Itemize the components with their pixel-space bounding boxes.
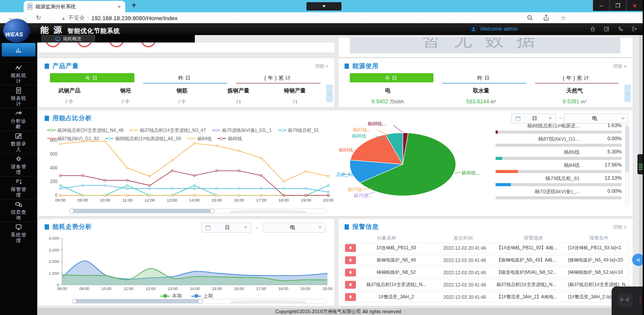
alarm-time: 2022-12-03 20:41:46 xyxy=(433,294,496,300)
logout-icon[interactable] xyxy=(632,26,638,32)
sidebar-item-gear[interactable]: 设备管理 xyxy=(0,153,37,176)
period-select[interactable]: 日 xyxy=(201,223,251,233)
datazoom-handle[interactable] xyxy=(72,299,77,304)
tab-close-icon[interactable]: × xyxy=(116,4,122,10)
svg-text:200: 200 xyxy=(50,179,57,184)
sidebar-item-edit[interactable]: 数据录入 xyxy=(0,131,37,153)
alarm-row[interactable]: 1#连铸机_PB11_932022-12-03 20:41:46【1#连铸机_P… xyxy=(342,243,629,253)
tab-(年)累计[interactable]: (年)累计 xyxy=(535,73,619,84)
alarm-row[interactable]: 炼钢电弧炉_N5_492022-12-03 20:41:46【炼钢电弧炉_N5_… xyxy=(342,255,629,265)
tab-昨日[interactable]: 昨日 xyxy=(442,73,526,84)
window-controls: ─ ❐ × xyxy=(593,0,643,11)
alarm-condition: {炼钢电弧炉_N5_49.Ia}<20 xyxy=(568,257,629,263)
titlebar-dropdown[interactable] xyxy=(306,2,341,11)
minimize-button[interactable]: ─ xyxy=(593,0,609,11)
app-title-sub: 智能优化节能系统 xyxy=(67,27,120,35)
main-content: 暂无数据 产品产量 详细 > 今日昨日(年)累计 武钢产品/个钢坯/个钢筋/个炼… xyxy=(37,35,639,308)
energy-type-select[interactable]: 电 xyxy=(564,113,629,124)
sidebar-item-label: 能耗统计 xyxy=(10,73,28,84)
next-arrow-button[interactable]: › xyxy=(624,85,631,102)
share-icon[interactable] xyxy=(543,14,549,23)
alarm-row[interactable]: 铸钢精炼炉_N8_522022-12-03 20:41:46【锻造电弧炉(MVA… xyxy=(342,267,629,278)
legend-item[interactable]: 杨37线总柜(1#主变进线)_N3_47 xyxy=(130,127,206,134)
sidebar-item-report[interactable]: 报表统计 xyxy=(0,85,37,108)
legend-label: 杨36线总柜(2#主变进线)_N4_48 xyxy=(57,127,123,134)
pie-label: 杨84线 xyxy=(339,147,353,153)
alarm-row[interactable]: 1#整流变_3AH_22022-12-03 20:41:46【1#整流变_3AH… xyxy=(342,292,629,302)
alarm-time: 2022-12-03 20:41:46 xyxy=(433,245,496,251)
trend-datazoom-slider[interactable] xyxy=(74,299,327,304)
legend-item[interactable]: 杨79线总柜_61 xyxy=(278,127,319,134)
reload-button[interactable]: ↻ xyxy=(36,14,41,21)
tab-昨日[interactable]: 昨日 xyxy=(143,73,228,84)
panel-marker xyxy=(45,224,49,230)
tab-今日[interactable]: 今日 xyxy=(350,73,433,82)
sidebar-item-search[interactable]: 信息查询 xyxy=(0,199,37,222)
alarm-description: 【1#整流变_3AH_2】A相电... xyxy=(496,294,568,300)
panel-marker xyxy=(45,116,49,121)
legend-label: 上期 xyxy=(203,293,213,299)
sidebar-item-alarm[interactable]: 报警管理 xyxy=(0,176,37,199)
scrollbar-thumb[interactable] xyxy=(626,126,629,172)
detail-link[interactable]: 详细 > xyxy=(613,63,626,70)
alarm-row[interactable]: 杨37线总柜(1#主变进线)_N...2022-12-03 20:41:46杨3… xyxy=(342,280,629,290)
stat-number: 9.9402 xyxy=(372,99,388,105)
datazoom-window[interactable] xyxy=(71,209,212,213)
phone-icon[interactable] xyxy=(618,26,624,32)
svg-text:2,000: 2,000 xyxy=(49,259,59,264)
sidebar-item-diag[interactable]: 分析诊断 xyxy=(0,108,37,131)
tab-今日[interactable]: 今日 xyxy=(50,73,134,82)
datazoom-handle[interactable] xyxy=(198,299,203,304)
stat-value: /个 xyxy=(41,99,98,105)
ranking-row: 杨79线总柜_6112.13% xyxy=(496,175,622,186)
bookmark-star-icon[interactable]: ☆ xyxy=(560,14,566,22)
zoom-out-icon[interactable] xyxy=(527,14,533,23)
legend-line xyxy=(53,130,56,131)
stat-name: 武钢产品 xyxy=(41,87,98,95)
line-datazoom-slider[interactable] xyxy=(71,209,327,213)
legend-label: 杨70进线6kV(备)_0JL_1 xyxy=(222,127,271,134)
close-button[interactable]: × xyxy=(626,0,643,11)
ranking-row: 杨84线17.56% xyxy=(496,162,622,173)
address-divider: | xyxy=(87,15,88,21)
datazoom-window[interactable] xyxy=(74,299,200,303)
legend-item[interactable]: 杨70进线6kV(备)_0JL_1 xyxy=(212,127,271,134)
address-bar[interactable]: ▲ 不安全 | 192.168.18.239:8080/Home/Index xyxy=(61,14,177,22)
browser-tab[interactable]: 能源监测分析系统 × xyxy=(24,1,125,12)
sidebar-item-monitor[interactable]: 系统管理 xyxy=(0,222,37,244)
home-icon[interactable] xyxy=(590,26,596,32)
ranking-name: 杨88线总柜(1#电源进... xyxy=(496,123,600,129)
stat-value: 9.9402万kWh xyxy=(341,99,434,105)
alarm-object-name: 炼钢电弧炉_N5_49 xyxy=(359,257,433,263)
stat-number: / xyxy=(293,99,294,105)
stat-number: / xyxy=(66,99,67,105)
datazoom-handle[interactable] xyxy=(210,209,215,213)
trend-chart-legend: 本期上期 xyxy=(39,293,334,299)
screen-recorder-overlay[interactable] xyxy=(612,287,644,315)
panel-title: 产品产量 xyxy=(53,62,79,70)
energy-type-value: 电 xyxy=(568,115,621,122)
trend-legend-item[interactable]: 上期 xyxy=(191,293,213,299)
edit-icon[interactable] xyxy=(604,26,610,32)
tab-energy-overview[interactable]: 能耗概览 xyxy=(42,35,95,42)
select-separator: – xyxy=(256,225,259,231)
period-select[interactable]: 日 xyxy=(511,113,556,124)
sidebar-item-label: 数据录入 xyxy=(10,141,28,152)
trend-legend-item[interactable]: 本期 xyxy=(160,293,182,299)
detail-link[interactable]: 详细 > xyxy=(315,63,328,70)
tab-(年)累计[interactable]: (年)累计 xyxy=(236,73,320,84)
datazoom-handle[interactable] xyxy=(69,209,74,213)
new-tab-button[interactable]: + xyxy=(131,0,137,11)
alarm-badge xyxy=(345,256,356,264)
restore-button[interactable]: ❐ xyxy=(609,0,626,11)
next-arrow-button[interactable]: › xyxy=(326,85,333,102)
legend-item[interactable]: 杨36线总柜(2#主变进线)_N4_48 xyxy=(47,127,123,134)
energy-type-select[interactable]: 电 xyxy=(263,223,326,233)
alarm-column-header: 对象名称 xyxy=(343,235,430,241)
stat-number: / xyxy=(122,99,123,105)
sidebar-item-home[interactable] xyxy=(2,43,35,57)
sidebar-item-stats[interactable]: 能耗统计 xyxy=(0,62,37,85)
collapse-panel-button[interactable]: < xyxy=(632,254,644,266)
detail-link[interactable]: 详细 > xyxy=(613,224,626,230)
svg-text:400: 400 xyxy=(50,166,57,170)
